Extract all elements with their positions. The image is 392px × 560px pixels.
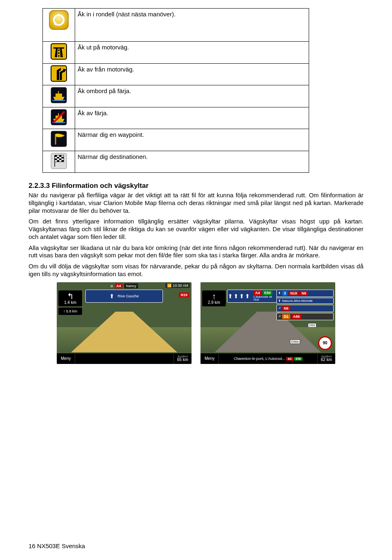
bottom-bar: Meny Charenton-le-pont, L'Autorout... A4… — [200, 353, 335, 364]
roundabout-icon — [49, 10, 69, 30]
svg-rect-26 — [57, 160, 60, 162]
maneuver-icon-table: Åk in i rondell (näst nästa manöver). Å — [42, 8, 309, 173]
lane-sign: ⬆ Rive Gauche — [85, 290, 163, 303]
icon-leave-ferry — [43, 107, 75, 129]
up-arrow-icon: ⬆ — [278, 291, 281, 295]
svg-rect-25 — [59, 158, 62, 160]
nav-screenshot-2: ⬆⬆⬆⬆ A4 E50 L'Autoroute de l'Est ⬆ 3 N19… — [200, 282, 335, 364]
icon-destination — [43, 151, 75, 173]
svg-rect-22 — [57, 157, 60, 158]
menu-button[interactable]: Meny — [57, 353, 75, 364]
row-text: Närmar dig en waypoint. — [75, 129, 309, 151]
svg-rect-13 — [58, 113, 59, 116]
up-arrow-icon: ⬆ — [278, 299, 281, 303]
nav-screenshot-1: » A4 Nancy 📶 10:30 AM N19 ↰ 1.4 km ↑ 5.8… — [57, 282, 192, 364]
dest-label: Nancy — [124, 283, 138, 288]
svg-rect-9 — [56, 94, 62, 97]
lane-arrows: ⬆⬆⬆⬆ — [227, 293, 250, 299]
turn-preview: ↰ 1.4 km ↑ 5.8 km — [58, 290, 82, 316]
row-text: Åk av färja. — [75, 107, 309, 129]
icon-board-ferry — [43, 85, 75, 107]
svg-rect-10 — [58, 91, 59, 94]
road-badge-right: N19 — [179, 290, 189, 298]
page-footer: 16 NX503E Svenska — [29, 542, 85, 549]
svg-rect-24 — [55, 158, 57, 160]
destination-flag-icon — [51, 153, 67, 169]
next-turn-distance: 1.4 km — [58, 300, 82, 305]
arrow-icon: ↑ — [63, 309, 65, 313]
bend-arrow-icon: ↗ — [278, 315, 281, 318]
turn-arrow-icon: ↑ — [202, 292, 226, 300]
paragraph-2: Om det finns ytterligare information til… — [29, 218, 363, 241]
row-text: Åk ut på motorväg. — [75, 42, 309, 64]
ferry-leave-icon — [51, 109, 67, 125]
icon-waypoint — [43, 129, 75, 151]
svg-rect-0 — [49, 11, 68, 29]
next2-distance: 5.8 km — [66, 309, 77, 313]
street-sign: D50b — [290, 339, 300, 344]
row-text: Åk in i rondell (näst nästa manöver). — [75, 9, 309, 42]
distance-readout: Avstånd 65 km — [174, 353, 192, 364]
lane-signs-right: ⬆ 3 N19 N6 ⬆ Maisons-Alfort Alfortville … — [276, 290, 334, 321]
bottom-bar: Meny Avstånd 65 km — [57, 353, 192, 364]
row-text: Åk ombord på färja. — [75, 85, 309, 107]
svg-rect-3 — [53, 47, 64, 49]
svg-rect-15 — [51, 131, 67, 147]
waypoint-flag-icon — [51, 131, 67, 147]
paragraph-3: Alla vägskyltar ser likadana ut när du b… — [29, 244, 363, 260]
svg-rect-21 — [59, 155, 62, 157]
svg-rect-6 — [58, 55, 60, 57]
menu-button[interactable]: Meny — [200, 353, 219, 364]
up-arrow-icon: ⬆ — [109, 293, 114, 299]
current-street: Charenton-le-pont, L'Autorout... A4 E50 — [219, 357, 317, 361]
svg-rect-2 — [51, 44, 67, 59]
turn-preview: ↑ 2.9 km — [202, 290, 226, 308]
route-badge: A4 — [115, 283, 123, 288]
motorway-enter-icon — [51, 43, 67, 60]
icon-enter-motorway — [43, 42, 75, 64]
lane-sign-left: ⬆⬆⬆⬆ A4 E50 L'Autoroute de l'Est — [227, 290, 277, 303]
row-text: Åk av från motorväg. — [75, 63, 309, 85]
bend-arrow-icon: ↗ — [278, 306, 281, 310]
nav-screenshots: » A4 Nancy 📶 10:30 AM N19 ↰ 1.4 km ↑ 5.8… — [29, 282, 363, 364]
distance-readout: Avstånd 62 km — [317, 353, 335, 364]
icon-roundabout — [43, 9, 75, 42]
speed-limit: 90 — [318, 336, 332, 350]
svg-rect-4 — [58, 49, 60, 51]
ferry-board-icon — [51, 87, 67, 103]
svg-rect-5 — [58, 52, 60, 54]
street-sign: D52 — [308, 323, 316, 328]
svg-rect-20 — [55, 155, 57, 157]
shot1-topbar: » A4 Nancy — [110, 283, 138, 289]
paragraph-1: När du navigerar på flerfiliga vägar är … — [29, 192, 363, 214]
svg-rect-27 — [62, 160, 64, 162]
icon-exit-motorway — [43, 63, 75, 85]
turn-arrow-icon: ↰ — [58, 292, 82, 300]
clock: 📶 10:30 AM — [165, 283, 190, 288]
section-heading: 2.2.3.3 Filinformation och vägskyltar — [29, 182, 363, 190]
motorway-exit-icon — [51, 65, 67, 82]
paragraph-4: Om du vill dölja de vägskyltar som visas… — [29, 263, 363, 278]
svg-rect-23 — [62, 157, 64, 158]
next-turn-distance: 2.9 km — [202, 300, 226, 305]
row-text: Närmar dig destinationen. — [75, 151, 309, 173]
